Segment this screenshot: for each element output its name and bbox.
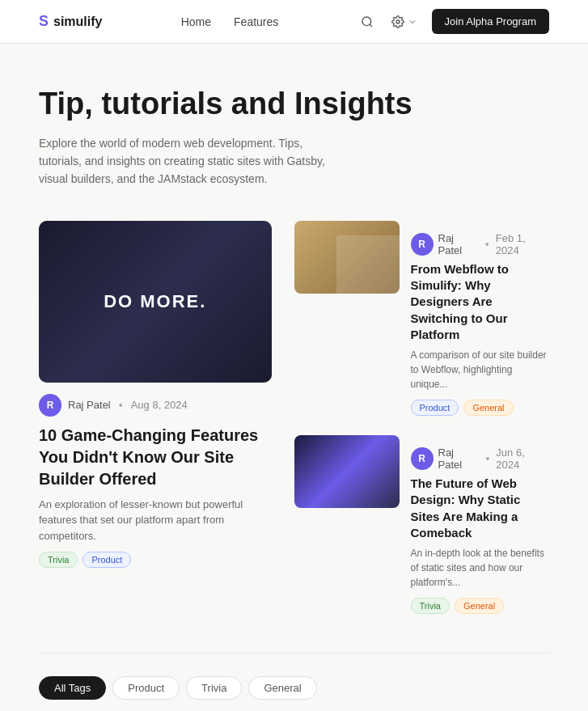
filter-product[interactable]: Product xyxy=(112,676,180,700)
featured-main-card: R Raj Patel • Aug 8, 2024 10 Game-Changi… xyxy=(39,221,294,614)
nav-home-link[interactable]: Home xyxy=(181,15,211,28)
tag-product[interactable]: Product xyxy=(411,400,459,416)
side-card-2-tags: Trivia General xyxy=(411,598,550,614)
side-card-1-tags: Product General xyxy=(411,400,550,416)
author-name: Raj Patel xyxy=(68,399,111,411)
nav-features-link[interactable]: Features xyxy=(234,15,278,28)
side-card-2: R Raj Patel • Jun 6, 2024 The Future of … xyxy=(294,435,550,614)
tag-general[interactable]: General xyxy=(463,400,513,416)
settings-icon xyxy=(391,15,404,28)
featured-main-image xyxy=(39,221,272,383)
settings-button[interactable] xyxy=(388,12,421,32)
featured-main-title: 10 Game-Changing Features You Didn't Kno… xyxy=(39,425,272,490)
post-date: Aug 8, 2024 xyxy=(131,399,188,411)
side-card-1-author-row: R Raj Patel • Feb 1, 2024 xyxy=(411,232,550,256)
post-date: Feb 1, 2024 xyxy=(496,232,549,256)
hero-title: Tip, tutorials and Insights xyxy=(39,86,549,123)
author-name: Raj Patel xyxy=(438,446,480,471)
tag-general[interactable]: General xyxy=(455,598,504,614)
author-name: Raj Patel xyxy=(438,232,479,256)
hero-section: Tip, tutorials and Insights Explore the … xyxy=(0,44,588,221)
side-card-2-image xyxy=(294,435,400,508)
navbar: S simulify Home Features Join Alpha Prog… xyxy=(0,0,588,44)
tag-trivia[interactable]: Trivia xyxy=(39,552,78,568)
featured-main-excerpt: An exploration of lesser-known but power… xyxy=(39,497,272,544)
chevron-down-icon xyxy=(408,17,417,27)
tag-filter-bar: All Tags Product Trivia General xyxy=(0,676,588,700)
post-date: Jun 6, 2024 xyxy=(496,446,549,471)
search-icon xyxy=(361,15,374,28)
side-card-1-title: From Webflow to Simulify: Why Designers … xyxy=(411,261,550,343)
svg-point-2 xyxy=(396,20,400,23)
nav-links: Home Features xyxy=(181,15,279,28)
search-button[interactable] xyxy=(357,12,377,32)
svg-point-0 xyxy=(362,17,371,26)
side-card-2-title: The Future of Web Design: Why Static Sit… xyxy=(411,476,550,541)
join-alpha-button[interactable]: Join Alpha Program xyxy=(432,9,549,34)
tag-product[interactable]: Product xyxy=(82,552,131,568)
section-divider xyxy=(39,653,549,654)
side-card-1-image xyxy=(294,221,400,294)
filter-trivia[interactable]: Trivia xyxy=(186,676,242,700)
side-card-2-excerpt: An in-depth look at the benefits of stat… xyxy=(411,546,550,590)
avatar: R xyxy=(411,233,434,256)
featured-section: R Raj Patel • Aug 8, 2024 10 Game-Changi… xyxy=(39,221,549,614)
featured-side-cards: R Raj Patel • Feb 1, 2024 From Webflow t… xyxy=(294,221,550,614)
featured-main-tags: Trivia Product xyxy=(39,552,272,568)
featured-main-author-row: R Raj Patel • Aug 8, 2024 xyxy=(39,394,272,417)
avatar: R xyxy=(39,394,61,417)
filter-general[interactable]: General xyxy=(248,676,316,700)
tag-trivia[interactable]: Trivia xyxy=(411,598,450,614)
svg-line-1 xyxy=(370,24,372,27)
logo[interactable]: S simulify xyxy=(39,13,102,30)
side-card-2-author-row: R Raj Patel • Jun 6, 2024 xyxy=(411,446,550,471)
avatar: R xyxy=(411,447,434,470)
filter-all-tags[interactable]: All Tags xyxy=(39,676,106,700)
logo-icon: S xyxy=(39,13,49,30)
side-card-1: R Raj Patel • Feb 1, 2024 From Webflow t… xyxy=(294,221,550,416)
side-card-1-excerpt: A comparison of our site builder to Webf… xyxy=(411,348,550,391)
nav-actions: Join Alpha Program xyxy=(357,9,549,34)
hero-description: Explore the world of modern web developm… xyxy=(39,134,346,188)
logo-text: simulify xyxy=(53,15,102,29)
